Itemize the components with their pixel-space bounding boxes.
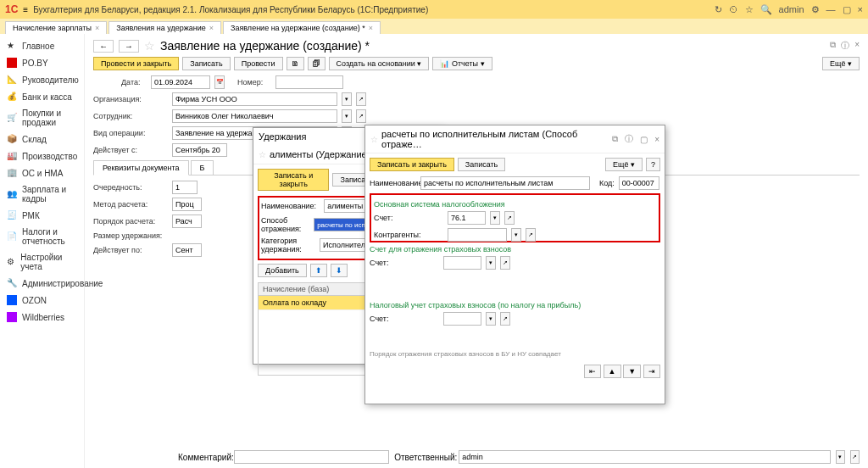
side-admin[interactable]: 🔧Администрирование	[0, 275, 84, 292]
user-label[interactable]: admin	[779, 4, 804, 14]
prio-input[interactable]	[172, 181, 198, 194]
add-button[interactable]: Добавить	[258, 264, 307, 277]
side-tax[interactable]: 📄Налоги и отчетность	[0, 224, 84, 249]
help-icon[interactable]: ⓘ	[625, 133, 633, 145]
pos-icon: 🧾	[7, 210, 17, 220]
star-icon[interactable]: ☆	[259, 150, 266, 159]
side-rmk[interactable]: 🧾РМК	[0, 207, 84, 224]
dropdown-icon[interactable]: ▾	[511, 228, 521, 242]
acc-input[interactable]	[448, 211, 486, 225]
resp-input[interactable]	[459, 450, 831, 464]
reports-button[interactable]: 📊 Отчеты ▾	[432, 57, 492, 70]
maximize-icon[interactable]: ▢	[640, 135, 648, 144]
tab-close-icon[interactable]: ×	[209, 24, 214, 32]
dropdown-icon[interactable]: ▾	[342, 109, 352, 123]
save-close-button[interactable]: Записать и закрыть	[258, 169, 329, 191]
side-stock[interactable]: 📦Склад	[0, 131, 84, 148]
side-prod[interactable]: 🏭Производство	[0, 148, 84, 164]
save-close-button[interactable]: Записать и закрыть	[370, 158, 454, 171]
num-input[interactable]	[275, 75, 343, 89]
side-main[interactable]: ★Главное	[0, 37, 84, 54]
date-picker-icon[interactable]: 📅	[214, 75, 225, 89]
help-button[interactable]: ?	[646, 158, 660, 171]
close-icon[interactable]: ×	[654, 135, 659, 144]
open-icon[interactable]: ↗	[356, 92, 366, 106]
open-icon[interactable]: ↗	[504, 211, 515, 225]
emp-input[interactable]	[172, 109, 337, 123]
tab-0[interactable]: Начисление зарплаты×	[5, 21, 107, 34]
method-input[interactable]	[172, 198, 202, 211]
maximize-icon[interactable]: ▢	[843, 4, 851, 15]
dt-icon[interactable]: 🗎	[287, 57, 304, 70]
dropdown-icon[interactable]: ▾	[486, 312, 496, 326]
back-button[interactable]: ←	[93, 40, 114, 53]
post-close-button[interactable]: Провести и закрыть	[93, 57, 179, 70]
dropdown-icon[interactable]: ▾	[490, 211, 500, 225]
menu-icon[interactable]: ≡	[23, 5, 28, 14]
dropdown-icon[interactable]: ▾	[342, 92, 352, 106]
side-os[interactable]: 🏢ОС и НМА	[0, 164, 84, 181]
nav-last-icon[interactable]: ⇥	[643, 365, 660, 378]
close-icon[interactable]: ×	[858, 4, 863, 14]
eff-input[interactable]	[172, 143, 227, 157]
close-icon[interactable]: ×	[854, 40, 860, 52]
tab-close-icon[interactable]: ×	[95, 24, 99, 32]
side-boss[interactable]: 📐Руководителю	[0, 71, 84, 88]
date-input[interactable]	[151, 75, 210, 89]
resp-label: Ответственный:	[394, 453, 453, 462]
code-input[interactable]	[619, 176, 659, 190]
acc-input3[interactable]	[443, 312, 481, 326]
write-button[interactable]: Записать	[182, 57, 230, 70]
star-icon[interactable]: ☆	[745, 4, 754, 15]
post-button[interactable]: Провести	[234, 57, 283, 70]
more-button[interactable]: Ещё ▾	[822, 57, 860, 70]
history-icon[interactable]: ↻	[715, 4, 722, 15]
side-ozon[interactable]: OZON	[0, 292, 84, 309]
down-icon[interactable]: ⬇	[331, 264, 348, 277]
open-icon[interactable]: ↗	[356, 109, 366, 123]
create-based-button[interactable]: Создать на основании ▾	[329, 57, 430, 70]
up-icon[interactable]: ⬆	[310, 264, 327, 277]
search-icon[interactable]: 🔍	[760, 4, 772, 15]
open-icon[interactable]: ↗	[500, 312, 510, 326]
refl-label: Способ отражения:	[261, 216, 309, 233]
star-icon[interactable]: ☆	[370, 135, 378, 144]
tab-1[interactable]: Заявления на удержание×	[108, 21, 221, 34]
side-sales[interactable]: 🛒Покупки и продажи	[0, 105, 84, 131]
tab-requisites[interactable]: Реквизиты документа	[93, 160, 189, 176]
bell-icon[interactable]: ⏲	[729, 4, 738, 14]
org-input[interactable]	[172, 92, 337, 106]
side-poby[interactable]: PO.BY	[0, 54, 84, 71]
tab-b[interactable]: Б	[191, 160, 214, 175]
comment-input[interactable]	[234, 450, 389, 464]
dropdown-icon[interactable]: ▾	[486, 256, 496, 270]
dt2-icon[interactable]: 🗐	[308, 57, 326, 70]
help-icon[interactable]: ⓘ	[841, 40, 849, 52]
open-icon[interactable]: ↗	[850, 450, 860, 464]
more-button[interactable]: Ещё ▾	[605, 158, 643, 171]
open-icon[interactable]: ↗	[526, 228, 536, 242]
minimize-icon[interactable]: —	[826, 4, 836, 14]
until-input[interactable]	[172, 243, 202, 257]
side-bank[interactable]: 💰Банк и касса	[0, 88, 84, 105]
acc-input2[interactable]	[443, 256, 481, 270]
contr-input[interactable]	[448, 228, 507, 242]
save-button[interactable]: Записать	[458, 158, 505, 171]
nav-up-icon[interactable]: ▲	[604, 365, 621, 378]
link-icon[interactable]: ⧉	[830, 40, 836, 52]
settings-icon[interactable]: ⚙	[811, 4, 820, 15]
side-settings[interactable]: ⚙Настройки учета	[0, 249, 84, 275]
dropdown-icon[interactable]: ▾	[836, 450, 845, 464]
tab-close-icon[interactable]: ×	[369, 24, 373, 32]
link-icon[interactable]: ⧉	[612, 134, 618, 144]
side-salary[interactable]: 👥Зарплата и кадры	[0, 181, 84, 207]
nav-down-icon[interactable]: ▼	[623, 365, 641, 378]
forward-button[interactable]: →	[119, 40, 139, 53]
nav-first-icon[interactable]: ⇤	[584, 365, 601, 378]
tab-2[interactable]: Заявление на удержание (создание) *×	[223, 21, 381, 34]
calc-input[interactable]	[172, 214, 202, 228]
star-icon[interactable]: ☆	[144, 39, 155, 53]
open-icon[interactable]: ↗	[500, 256, 510, 270]
name-input[interactable]	[420, 176, 590, 190]
side-wb[interactable]: Wildberries	[0, 309, 84, 326]
